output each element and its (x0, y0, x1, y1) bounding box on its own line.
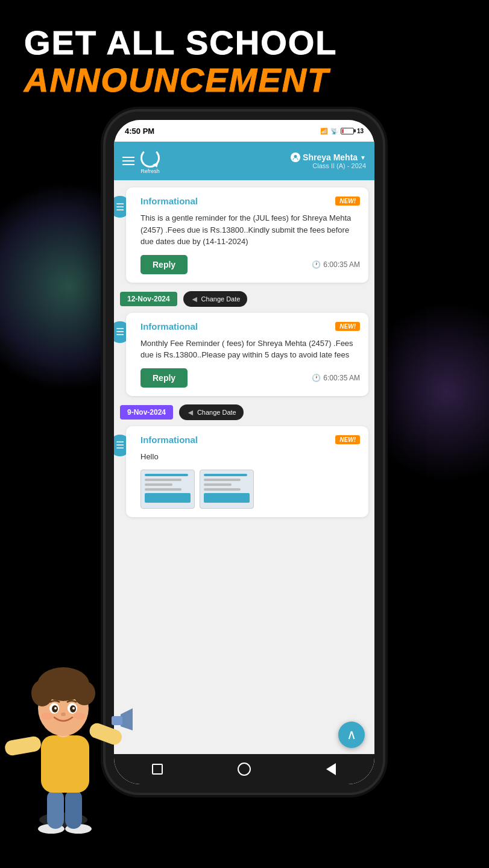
refresh-label: Refresh (140, 168, 160, 174)
svg-rect-5 (65, 790, 82, 829)
character-figure (0, 615, 133, 844)
scroll-up-arrow-icon: ∧ (347, 728, 356, 741)
header-line1: GET ALL SCHOOL (24, 24, 465, 61)
status-icons: 📶 📡 13 (320, 128, 364, 134)
date-row-1: 12-Nov-2024 ◄ Change Date (120, 291, 368, 307)
new-badge-1: NEW! (335, 197, 360, 206)
svg-point-24 (41, 712, 53, 720)
message-type-1: Informational (140, 196, 198, 206)
reply-button-1[interactable]: Reply (140, 255, 188, 274)
battery-fill (342, 129, 344, 133)
message-text-3: Hello (140, 451, 360, 463)
dropdown-arrow-icon: ▼ (360, 154, 366, 161)
message-card-inner-1: Informational NEW! This is a gentle remi… (140, 196, 360, 274)
nav-square-button[interactable] (149, 761, 166, 778)
nav-back-button[interactable] (323, 761, 339, 778)
nav-home-button[interactable] (236, 761, 253, 778)
avatar-icon-3: ☰ (116, 439, 124, 451)
svg-point-23 (61, 712, 66, 716)
message-card-wrapper-1: ☰ Informational NEW! This is a gentle re… (120, 187, 368, 283)
date-badge-2: 9-Nov-2024 (120, 405, 173, 420)
phone-shell: 4:50 PM 📶 📡 13 Refresh (106, 112, 383, 793)
app-header: Refresh Shreya Mehta ▼ Class II (A) - 20… (114, 142, 374, 180)
message-card-2: Informational NEW! Monthly Fee Reminder … (126, 313, 368, 396)
svg-rect-6 (41, 735, 89, 793)
message-time-2: 🕐 6:00:35 AM (312, 374, 360, 382)
refresh-icon (140, 148, 160, 168)
message-card-inner-2: Informational NEW! Monthly Fee Reminder … (140, 321, 360, 388)
change-date-pill-2[interactable]: ◄ Change Date (179, 404, 244, 420)
svg-point-22 (72, 707, 75, 709)
avatar-icon-1: ☰ (116, 201, 124, 213)
status-bar: 4:50 PM 📶 📡 13 (114, 120, 374, 142)
refresh-button[interactable]: Refresh (140, 148, 160, 174)
message-footer-2: Reply 🕐 6:00:35 AM (140, 368, 360, 388)
svg-point-15 (31, 680, 53, 706)
header-section: GET ALL SCHOOL ANNOUNCEMENT (24, 24, 465, 98)
svg-rect-4 (47, 790, 64, 829)
message-card-wrapper-3: ☰ Informational NEW! Hello (120, 426, 368, 518)
new-badge-2: NEW! (335, 322, 360, 331)
battery-icon (341, 128, 354, 134)
svg-rect-7 (4, 735, 42, 756)
wifi-icon: 📡 (330, 128, 338, 134)
clock-icon-2: 🕐 (312, 374, 321, 382)
message-card-1: Informational NEW! This is a gentle remi… (126, 187, 368, 283)
class-info: Class II (A) - 2024 (291, 162, 366, 169)
date-badge-1: 12-Nov-2024 (120, 292, 177, 306)
message-header-3: Informational NEW! (140, 435, 360, 445)
date-row-2: 9-Nov-2024 ◄ Change Date (120, 404, 368, 420)
avatar-icon-2: ☰ (116, 326, 124, 338)
message-type-2: Informational (140, 321, 198, 332)
message-header-2: Informational NEW! (140, 321, 360, 332)
nav-back-icon (326, 763, 336, 775)
content-area[interactable]: ☰ Informational NEW! This is a gentle re… (114, 180, 374, 784)
message-card-3: Informational NEW! Hello (126, 426, 368, 518)
user-name: Shreya Mehta ▼ (291, 153, 366, 162)
hamburger-icon[interactable] (122, 157, 134, 165)
svg-point-25 (74, 712, 86, 720)
phone-screen: 4:50 PM 📶 📡 13 Refresh (114, 120, 374, 784)
thumbnail-2 (200, 470, 254, 509)
svg-point-21 (54, 707, 57, 709)
thumbnail-1 (140, 470, 195, 509)
user-icon (291, 153, 300, 162)
change-date-arrow-1: ◄ (191, 294, 199, 304)
nav-square-icon (152, 764, 163, 775)
message-time-1: 🕐 6:00:35 AM (312, 260, 360, 269)
app-header-left: Refresh (122, 148, 160, 174)
nav-circle-icon (238, 763, 251, 776)
svg-rect-10 (112, 716, 122, 725)
message-type-3: Informational (140, 435, 198, 445)
message-text-1: This is a gentle reminder for the (JUL f… (140, 212, 360, 248)
change-date-pill-1[interactable]: ◄ Change Date (183, 291, 248, 307)
app-header-right: Shreya Mehta ▼ Class II (A) - 2024 (291, 153, 366, 169)
bottom-nav (114, 754, 374, 784)
change-date-arrow-2: ◄ (186, 407, 195, 417)
message-text-2: Monthly Fee Reminder ( fees) for Shreya … (140, 338, 360, 361)
status-time: 4:50 PM (125, 127, 154, 136)
message-card-wrapper-2: ☰ Informational NEW! Monthly Fee Reminde… (120, 313, 368, 396)
message-footer-1: Reply 🕐 6:00:35 AM (140, 255, 360, 274)
signal-icon: 📶 (320, 128, 327, 134)
message-header-1: Informational NEW! (140, 196, 360, 206)
header-line2: ANNOUNCEMENT (24, 61, 465, 99)
thumbnail-row (140, 470, 360, 509)
new-badge-3: NEW! (335, 435, 360, 444)
clock-icon-1: 🕐 (312, 260, 321, 269)
message-card-inner-3: Informational NEW! Hello (140, 435, 360, 509)
battery-percent: 13 (357, 128, 364, 134)
scroll-up-button[interactable]: ∧ (338, 722, 365, 748)
reply-button-2[interactable]: Reply (140, 368, 188, 388)
